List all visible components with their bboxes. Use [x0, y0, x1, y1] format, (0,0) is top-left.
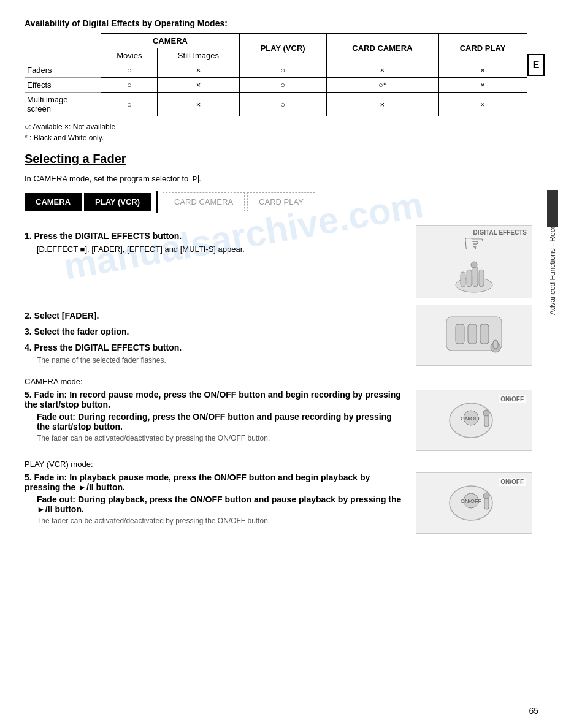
step-5-play-num: 5. Fade in: In playback pause mode, pres… [25, 472, 404, 492]
fader-svg [434, 311, 514, 360]
step-2-image [416, 305, 538, 368]
svg-rect-9 [480, 324, 489, 344]
camera-button[interactable]: CAMERA [25, 193, 82, 211]
onoff-camera-image: ON/OFF ON/OFF [416, 390, 532, 451]
availability-title: Availability of Digital Effects by Opera… [25, 18, 538, 28]
step-5-camera: 5. Fade in: In record pause mode, press … [25, 390, 538, 451]
mode-divider [156, 191, 158, 213]
prog-symbol: P [191, 175, 199, 183]
onoff-play-image: ON/OFF ON/OFF [416, 472, 532, 534]
step-1-sub: [D.EFFECT ■], [FADER], [EFFECT] and [MUL… [37, 245, 404, 254]
digital-effects-image: DIGITAL EFFECTS ☞ [416, 225, 532, 298]
table-row: Multi imagescreen ○ × ○ × × [25, 93, 527, 116]
table-row: Faders ○ × ○ × × [25, 63, 527, 78]
svg-point-16 [483, 410, 489, 416]
svg-rect-4 [461, 272, 465, 287]
step-5-fade-out-text: Fade out: During recording, press the ON… [37, 412, 404, 431]
step-5-play-fade-in: Fade in: In playback pause mode, press t… [25, 472, 370, 492]
card-camera-button[interactable]: CARD CAMERA [163, 192, 245, 211]
step-5-play-note: The fader can be activated/deactivated b… [37, 517, 404, 525]
step-4-sub: The name of the selected fader flashes. [37, 356, 404, 365]
svg-rect-2 [473, 267, 478, 287]
legend2: * : Black and White only. [25, 134, 538, 142]
onoff-camera-svg: ON/OFF [434, 396, 514, 445]
fader-image [416, 305, 532, 366]
step-5-camera-num: 5. Fade in: In record pause mode, press … [25, 390, 404, 409]
svg-rect-8 [468, 324, 477, 344]
step-5-play-left: 5. Fade in: In playback pause mode, pres… [25, 472, 404, 534]
steps-left: 1. Press the DIGITAL EFFECTS button. [D.… [25, 225, 404, 298]
play-vcr-button[interactable]: PLAY (VCR) [84, 193, 151, 211]
step-5-fade-in-text: Fade in: In record pause mode, press the… [25, 390, 401, 409]
svg-rect-1 [467, 270, 472, 287]
step-5-play: 5. Fade in: In playback pause mode, pres… [25, 472, 538, 534]
svg-rect-3 [479, 270, 484, 287]
onoff-play-svg: ON/OFF [434, 479, 514, 528]
steps-1-2: 1. Press the DIGITAL EFFECTS button. [D.… [25, 225, 538, 298]
play-mode-header: PLAY (VCR) mode: [25, 460, 538, 469]
svg-rect-11 [493, 340, 498, 349]
step-2: 2. Select [FADER]. [25, 311, 404, 320]
step-5-play-image: ON/OFF ON/OFF [416, 472, 538, 534]
e-badge: E [527, 54, 545, 76]
svg-point-5 [471, 262, 477, 268]
mode-buttons: CAMERA PLAY (VCR) CARD CAMERA CARD PLAY [25, 191, 538, 213]
section-heading: Selecting a Fader [25, 152, 538, 169]
step-5-play-fade-out: Fade out: During playback, press the ON/… [37, 495, 404, 514]
page-number: 65 [529, 706, 538, 716]
step-1-image: DIGITAL EFFECTS ☞ [416, 225, 538, 298]
svg-text:ON/OFF: ON/OFF [461, 498, 481, 504]
onoff-play-label: ON/OFF [499, 478, 526, 486]
digital-effects-svg [450, 257, 499, 294]
legend1: ○: Available ×: Not available [25, 123, 538, 131]
step-4: 4. Press the DIGITAL EFFECTS button. [25, 343, 404, 352]
step-1: 1. Press the DIGITAL EFFECTS button. [25, 231, 404, 241]
step-5-camera-left: 5. Fade in: In record pause mode, press … [25, 390, 404, 451]
digital-effects-label: DIGITAL EFFECTS [473, 229, 527, 236]
card-play-button[interactable]: CARD PLAY [247, 192, 315, 211]
steps-2-3: 2. Select [FADER]. 3. Select the fader o… [25, 305, 538, 368]
step-5-camera-note: The fader can be activated/deactivated b… [37, 434, 404, 442]
sidebar-label: Advanced Functions - Recording [548, 208, 557, 315]
camera-mode-header: CAMERA mode: [25, 377, 538, 386]
svg-rect-7 [456, 324, 464, 344]
step-5-camera-image: ON/OFF ON/OFF [416, 390, 538, 451]
onoff-camera-label: ON/OFF [499, 395, 526, 403]
svg-text:ON/OFF: ON/OFF [461, 415, 481, 422]
step-3: 3. Select the fader option. [25, 327, 404, 336]
svg-point-21 [483, 493, 489, 499]
table-row: Effects ○ × ○ ○* × [25, 78, 527, 93]
steps-2-3-left: 2. Select [FADER]. 3. Select the fader o… [25, 305, 404, 368]
availability-table: CAMERA PLAY (VCR) CARD CAMERA CARD PLAY … [25, 33, 527, 116]
intro-text: In CAMERA mode, set the program selector… [25, 174, 538, 183]
